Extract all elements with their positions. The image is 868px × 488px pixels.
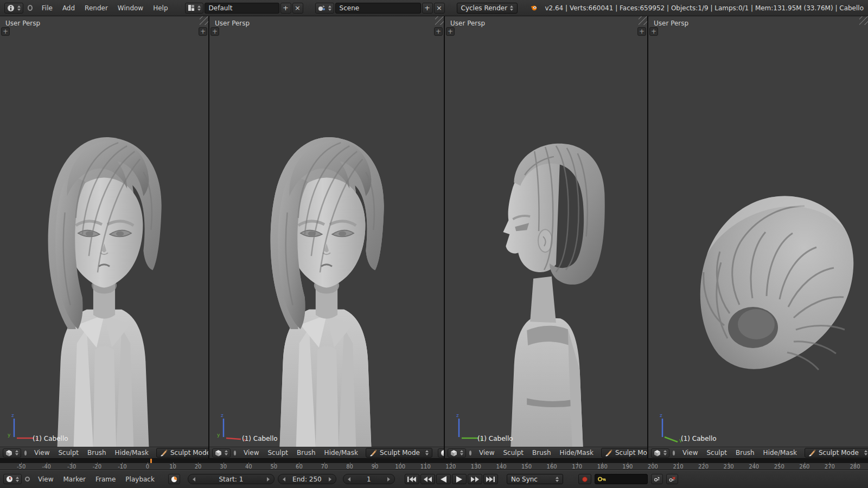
timeline-menu-frame[interactable]: Frame bbox=[91, 476, 120, 483]
collapse-menus-icon[interactable] bbox=[234, 451, 236, 455]
ruler-tick-label: 160 bbox=[547, 464, 557, 470]
increment-arrow-icon[interactable] bbox=[267, 477, 270, 481]
interaction-mode-dropdown[interactable]: Sculpt Mode bbox=[156, 448, 208, 458]
area-resize-grip[interactable] bbox=[639, 16, 647, 25]
viewport-menu-brush[interactable]: Brush bbox=[83, 449, 111, 457]
screen-layout-add-button[interactable]: + bbox=[280, 3, 291, 14]
viewport-editor-type-button[interactable] bbox=[448, 448, 466, 458]
timeline-menu-playback[interactable]: Playback bbox=[120, 476, 159, 483]
topbar-menu-render[interactable]: Render bbox=[80, 4, 113, 12]
jump-to-start-button[interactable] bbox=[405, 474, 419, 484]
sync-mode-dropdown[interactable]: No Sync bbox=[507, 474, 563, 484]
area-resize-grip[interactable] bbox=[859, 16, 868, 25]
3d-view-cube-icon bbox=[215, 450, 222, 457]
topbar-menu-add[interactable]: Add bbox=[58, 4, 80, 12]
screen-layout-close-button[interactable]: × bbox=[292, 3, 303, 14]
viewport-menu-brush[interactable]: Brush bbox=[528, 449, 556, 457]
viewport-menu-view[interactable]: View bbox=[475, 449, 499, 457]
interaction-mode-value: Sculpt Mode bbox=[615, 449, 647, 457]
interaction-mode-dropdown[interactable]: Sculpt Mode bbox=[366, 448, 432, 458]
play-reverse-icon bbox=[441, 476, 446, 483]
region-expand-button[interactable]: + bbox=[1, 27, 10, 36]
viewport-view-label: User Persp bbox=[654, 20, 688, 27]
insert-keyframe-button[interactable] bbox=[651, 474, 663, 484]
collapse-menus-icon[interactable] bbox=[673, 451, 675, 455]
interaction-mode-dropdown[interactable]: Sculpt Mode bbox=[601, 448, 647, 458]
play-button[interactable] bbox=[452, 474, 467, 484]
viewport-menu-sculpt[interactable]: Sculpt bbox=[263, 449, 292, 457]
previous-keyframe-button[interactable] bbox=[420, 474, 435, 484]
current-frame-field[interactable]: 1 bbox=[343, 474, 395, 484]
decrement-arrow-icon[interactable] bbox=[283, 477, 285, 481]
active-object-label: (1) Cabello bbox=[681, 435, 717, 442]
decrement-arrow-icon[interactable] bbox=[193, 477, 195, 481]
ruler-tick-label: 140 bbox=[496, 464, 506, 470]
region-expand-button[interactable]: + bbox=[649, 27, 658, 36]
viewport-1-canvas[interactable]: User Persp + + z y x (1) Cabello bbox=[0, 16, 208, 447]
viewport-menu-hide-mask[interactable]: Hide/Mask bbox=[111, 449, 153, 457]
end-frame-field[interactable]: End: 250 bbox=[278, 474, 336, 484]
collapse-menus-icon[interactable] bbox=[25, 477, 30, 481]
play-reverse-button[interactable] bbox=[436, 474, 451, 484]
viewport-menu-view[interactable]: View bbox=[678, 449, 702, 457]
viewport-menu-view[interactable]: View bbox=[30, 449, 54, 457]
viewport-menu-brush[interactable]: Brush bbox=[731, 449, 759, 457]
region-expand-button[interactable]: + bbox=[434, 27, 443, 36]
jump-to-end-button[interactable] bbox=[483, 474, 498, 484]
region-expand-button[interactable]: + bbox=[210, 27, 219, 36]
viewport-menu-brush[interactable]: Brush bbox=[292, 449, 320, 457]
viewport-menu-sculpt[interactable]: Sculpt bbox=[702, 449, 731, 457]
delete-keyframe-button[interactable] bbox=[666, 474, 678, 484]
screen-layout-icon bbox=[188, 4, 195, 11]
viewport-editor-type-button[interactable] bbox=[651, 448, 669, 458]
topbar-menu-window[interactable]: Window bbox=[113, 4, 148, 12]
timeline-ruler[interactable]: -50-40-30-20-100102030405060708090100110… bbox=[0, 458, 868, 470]
keying-set-field[interactable] bbox=[595, 474, 648, 484]
render-engine-dropdown[interactable]: Cycles Render bbox=[457, 3, 518, 14]
scene-close-button[interactable]: × bbox=[434, 3, 445, 14]
increment-arrow-icon[interactable] bbox=[329, 477, 331, 481]
viewport-editor-type-button[interactable] bbox=[212, 448, 231, 458]
collapse-menus-icon[interactable] bbox=[24, 451, 27, 455]
area-resize-grip[interactable] bbox=[200, 16, 208, 25]
interaction-mode-dropdown[interactable]: Sculpt Mode bbox=[805, 448, 868, 458]
ruler-tick-label: 250 bbox=[774, 464, 784, 470]
timeline-menu-view[interactable]: View bbox=[33, 476, 58, 483]
region-expand-button[interactable]: + bbox=[637, 27, 646, 36]
area-resize-grip[interactable] bbox=[435, 16, 444, 25]
viewport-editor-type-button[interactable] bbox=[3, 448, 21, 458]
viewport-menu-sculpt[interactable]: Sculpt bbox=[54, 449, 82, 457]
timeline-editor-type-button[interactable] bbox=[3, 474, 22, 484]
viewport-menu-hide-mask[interactable]: Hide/Mask bbox=[759, 449, 801, 457]
viewport-2-canvas[interactable]: User Persp + + z y x (1) Cabello bbox=[209, 16, 444, 447]
viewport-menu-sculpt[interactable]: Sculpt bbox=[499, 449, 527, 457]
viewport-menu-hide-mask[interactable]: Hide/Mask bbox=[320, 449, 362, 457]
current-frame-marker[interactable] bbox=[150, 459, 152, 463]
decrement-arrow-icon[interactable] bbox=[348, 477, 350, 481]
editor-type-stepper bbox=[460, 450, 463, 455]
topbar-menu-file[interactable]: File bbox=[37, 4, 58, 12]
viewport-menu-hide-mask[interactable]: Hide/Mask bbox=[556, 449, 598, 457]
screen-layout-name-field[interactable]: Default bbox=[205, 3, 279, 14]
timeline-menu-marker[interactable]: Marker bbox=[58, 476, 90, 483]
start-frame-field[interactable]: Start: 1 bbox=[188, 474, 275, 484]
increment-arrow-icon[interactable] bbox=[387, 477, 390, 481]
scene-browse-button[interactable] bbox=[315, 3, 334, 14]
topbar-menu-help[interactable]: Help bbox=[148, 4, 173, 12]
auto-keyframe-toggle[interactable] bbox=[578, 474, 591, 484]
preview-range-toggle[interactable] bbox=[168, 474, 180, 484]
region-expand-button[interactable]: + bbox=[446, 27, 455, 36]
viewport-menu-view[interactable]: View bbox=[239, 449, 263, 457]
viewport-3-canvas[interactable]: User Persp + + z y (1) Cabello bbox=[445, 16, 647, 447]
ruler-tick-label: -20 bbox=[93, 464, 101, 470]
scene-name-field[interactable]: Scene bbox=[335, 3, 421, 14]
viewport-shading-dropdown[interactable] bbox=[438, 448, 444, 458]
viewport-4-canvas[interactable]: User Persp + z y (1) Cabello bbox=[648, 16, 868, 447]
next-keyframe-button[interactable] bbox=[468, 474, 482, 484]
screen-layout-browse-button[interactable] bbox=[185, 3, 203, 14]
region-expand-button[interactable]: + bbox=[199, 27, 207, 36]
scene-add-button[interactable]: + bbox=[422, 3, 433, 14]
collapse-menus-icon[interactable] bbox=[469, 451, 471, 455]
info-editor-type-button[interactable] bbox=[4, 3, 23, 14]
collapse-menus-icon[interactable] bbox=[28, 5, 33, 11]
